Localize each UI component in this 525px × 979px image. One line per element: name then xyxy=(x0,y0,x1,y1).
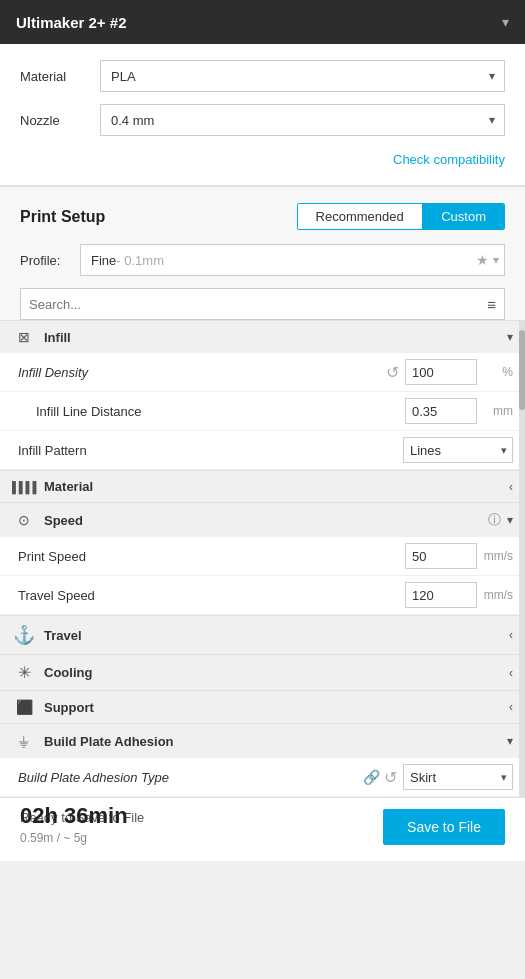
travel-chevron-icon: ‹ xyxy=(509,628,513,642)
cooling-icon: ✳ xyxy=(12,663,36,682)
material-chevron-icon: ‹ xyxy=(509,480,513,494)
print-setup-header: Print Setup Recommended Custom xyxy=(20,203,505,230)
build-plate-reset-icon[interactable]: ↺ xyxy=(384,768,397,787)
build-plate-type-value: Skirt Brim Raft xyxy=(403,764,513,790)
profile-select-wrapper[interactable]: Fine - 0.1mm ★ ▾ xyxy=(80,244,505,276)
support-icon: ⬛ xyxy=(12,699,36,715)
cooling-chevron-icon: ‹ xyxy=(509,666,513,680)
material-row: Material PLA xyxy=(20,60,505,92)
infill-chevron-icon: ▾ xyxy=(507,330,513,344)
build-plate-section-header[interactable]: ⏚ Build Plate Adhesion ▾ xyxy=(0,723,525,758)
infill-line-distance-unit: mm xyxy=(477,404,513,418)
profile-icons: ★ ▾ xyxy=(476,252,499,268)
infill-density-input[interactable] xyxy=(405,359,477,385)
star-icon[interactable]: ★ xyxy=(476,252,489,268)
travel-speed-input[interactable] xyxy=(405,582,477,608)
build-plate-type-select-wrapper[interactable]: Skirt Brim Raft xyxy=(403,764,513,790)
profile-subtext: - 0.1mm xyxy=(116,253,164,268)
infill-density-row: Infill Density ↺ % xyxy=(0,353,525,392)
check-compatibility-link[interactable]: Check compatibility xyxy=(20,148,505,177)
build-plate-chevron-icon: ▾ xyxy=(507,734,513,748)
settings-scroll-area: ⊠ Infill ▾ Infill Density ↺ % Infill Lin… xyxy=(0,320,525,797)
travel-section-title: Travel xyxy=(44,628,509,643)
scrollbar[interactable] xyxy=(519,320,525,797)
print-speed-value: mm/s xyxy=(405,543,513,569)
infill-density-label: Infill Density xyxy=(18,365,386,380)
infill-pattern-select[interactable]: Lines Grid Triangles xyxy=(403,437,513,463)
infill-pattern-label: Infill Pattern xyxy=(18,443,403,458)
print-speed-input[interactable] xyxy=(405,543,477,569)
material-section-header[interactable]: ▌▌▌▌ Material ‹ xyxy=(0,470,525,502)
infill-density-value: % xyxy=(405,359,513,385)
profile-row: Profile: Fine - 0.1mm ★ ▾ xyxy=(20,244,505,276)
support-title: Support xyxy=(44,700,509,715)
infill-line-distance-input[interactable] xyxy=(405,398,477,424)
build-plate-icon: ⏚ xyxy=(12,732,36,750)
travel-speed-label: Travel Speed xyxy=(18,588,405,603)
speed-section-header[interactable]: ⊙ Speed ⓘ ▾ xyxy=(0,502,525,537)
footer: Ready to Save to File 02h 36min 0.59m / … xyxy=(0,797,525,861)
infill-title: Infill xyxy=(44,330,507,345)
print-setup-title: Print Setup xyxy=(20,208,105,226)
infill-density-unit: % xyxy=(477,365,513,379)
build-plate-title: Build Plate Adhesion xyxy=(44,734,507,749)
print-speed-unit: mm/s xyxy=(477,549,513,563)
header-chevron-icon[interactable]: ▾ xyxy=(502,14,509,30)
speed-icon: ⊙ xyxy=(12,512,36,528)
travel-speed-unit: mm/s xyxy=(477,588,513,602)
infill-line-distance-value: mm xyxy=(405,398,513,424)
cooling-title: Cooling xyxy=(44,665,509,680)
travel-speed-value: mm/s xyxy=(405,582,513,608)
build-plate-type-select[interactable]: Skirt Brim Raft xyxy=(403,764,513,790)
speed-info-icon[interactable]: ⓘ xyxy=(488,511,501,529)
search-row: ≡ xyxy=(20,288,505,320)
infill-pattern-row: Infill Pattern Lines Grid Triangles xyxy=(0,431,525,470)
travel-speed-row: Travel Speed mm/s xyxy=(0,576,525,615)
profile-select-box[interactable]: Fine - 0.1mm xyxy=(80,244,505,276)
build-plate-type-label: Build Plate Adhesion Type xyxy=(18,770,363,785)
nozzle-select[interactable]: 0.4 mm xyxy=(100,104,505,136)
profile-name: Fine xyxy=(91,253,116,268)
support-chevron-icon: ‹ xyxy=(509,700,513,714)
print-time: 02h 36min xyxy=(20,803,128,829)
infill-icon: ⊠ xyxy=(12,329,36,345)
travel-section-header[interactable]: ⚓ Travel ‹ xyxy=(0,615,525,654)
print-setup-section: Print Setup Recommended Custom Profile: … xyxy=(0,187,525,320)
speed-chevron-icon: ▾ xyxy=(507,513,513,527)
speed-title: Speed xyxy=(44,513,488,528)
print-speed-label: Print Speed xyxy=(18,549,405,564)
material-section-icon: ▌▌▌▌ xyxy=(12,481,36,493)
scrollbar-thumb[interactable] xyxy=(519,330,525,410)
link-icon[interactable]: 🔗 xyxy=(363,769,380,785)
menu-icon[interactable]: ≡ xyxy=(487,296,496,313)
footer-bottom: 02h 36min 0.59m / ~ 5g Save to File xyxy=(20,803,505,845)
settings-area: ⊠ Infill ▾ Infill Density ↺ % Infill Lin… xyxy=(0,320,525,797)
material-select[interactable]: PLA xyxy=(100,60,505,92)
printer-config-section: Material PLA Nozzle 0.4 mm Check compati… xyxy=(0,44,525,186)
save-to-file-button[interactable]: Save to File xyxy=(383,809,505,845)
print-meta: 0.59m / ~ 5g xyxy=(20,831,128,845)
infill-density-reset-icon[interactable]: ↺ xyxy=(386,363,399,382)
nozzle-label: Nozzle xyxy=(20,113,100,128)
tab-custom[interactable]: Custom xyxy=(423,204,504,229)
header: Ultimaker 2+ #2 ▾ xyxy=(0,0,525,44)
infill-line-distance-row: Infill Line Distance mm xyxy=(0,392,525,431)
tab-group: Recommended Custom xyxy=(297,203,505,230)
profile-label: Profile: xyxy=(20,253,80,268)
profile-chevron-icon[interactable]: ▾ xyxy=(493,253,499,267)
footer-time-block: 02h 36min 0.59m / ~ 5g xyxy=(20,803,128,845)
cooling-section-header[interactable]: ✳ Cooling ‹ xyxy=(0,654,525,690)
material-section-title: Material xyxy=(44,479,509,494)
support-section-header[interactable]: ⬛ Support ‹ xyxy=(0,690,525,723)
printer-name: Ultimaker 2+ #2 xyxy=(16,14,127,31)
material-select-wrapper[interactable]: PLA xyxy=(100,60,505,92)
infill-pattern-select-wrapper[interactable]: Lines Grid Triangles xyxy=(403,437,513,463)
nozzle-row: Nozzle 0.4 mm xyxy=(20,104,505,136)
material-label: Material xyxy=(20,69,100,84)
tab-recommended[interactable]: Recommended xyxy=(298,204,422,229)
search-input[interactable] xyxy=(29,297,487,312)
nozzle-select-wrapper[interactable]: 0.4 mm xyxy=(100,104,505,136)
infill-pattern-value: Lines Grid Triangles xyxy=(403,437,513,463)
print-speed-row: Print Speed mm/s xyxy=(0,537,525,576)
infill-section-header[interactable]: ⊠ Infill ▾ xyxy=(0,320,525,353)
